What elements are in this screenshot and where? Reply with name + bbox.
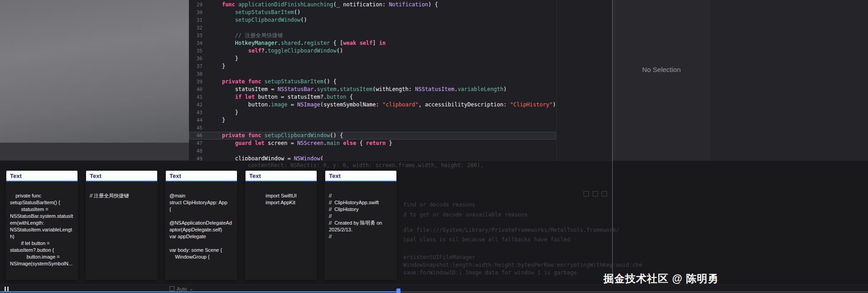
line-number: 31 (189, 16, 203, 24)
line-number: 30 (189, 9, 203, 16)
clipboard-history-overlay: contentRect: NSRect(x: 0, y: 0, width: s… (0, 160, 868, 293)
line-number: 29 (189, 1, 203, 9)
clipboard-card[interactable]: Text // // ClipHistoryApp.swift // ClipH… (325, 171, 396, 279)
line-number: 48 (189, 147, 203, 155)
line-number: 34 (189, 39, 203, 47)
console-filter-icon[interactable] (593, 191, 598, 197)
clipboard-card-type-label: Text (249, 173, 261, 179)
clipboard-card[interactable]: Text // 注册全局快捷键 (86, 171, 157, 279)
line-number: 35 (189, 47, 203, 55)
clipboard-card[interactable]: Text private func setupStatusBarItem() {… (6, 171, 77, 279)
code-line[interactable]: 48 (189, 147, 612, 155)
code-line[interactable]: 37 } (189, 62, 612, 70)
line-number: 37 (189, 62, 203, 70)
code-line[interactable]: 36 } (189, 55, 612, 62)
line-number: 47 (189, 139, 203, 147)
watermark: 掘金技术社区 @ 陈明勇 (603, 272, 719, 286)
code-line[interactable]: 29 func applicationDidFinishLaunching(_ … (189, 1, 612, 9)
ghost-code-line: contentRect: NSRect(x: 0, y: 0, width: s… (248, 162, 483, 168)
clipboard-card-type-label: Text (329, 173, 341, 179)
code-line[interactable]: 38 (189, 70, 612, 78)
line-number: 39 (189, 78, 203, 86)
code-line[interactable]: 33 // 注册全局快捷键 (189, 32, 612, 39)
clipboard-card-header: Text (246, 171, 317, 182)
line-number: 42 (189, 101, 203, 109)
code-line[interactable]: 30 setupStatusBarItem() (189, 9, 612, 16)
line-number: 43 (189, 109, 203, 116)
code-line[interactable]: 43 } (189, 109, 612, 116)
progress-fill (0, 291, 399, 293)
clipboard-card-header: Text (325, 171, 396, 182)
line-number: 32 (189, 24, 203, 32)
code-line[interactable]: 45 (189, 124, 612, 132)
clipboard-card-content: private func setupStatusBarItem() { stat… (6, 182, 77, 279)
code-line[interactable]: 47 guard let screen = NSScreen.main else… (189, 139, 612, 147)
console-log-line: d to get or decode unavailable reasons (403, 211, 528, 218)
line-number: 45 (189, 124, 203, 132)
clipboard-card-header: Text (86, 171, 157, 182)
code-line[interactable]: 40 statusItem = NSStatusBar.system.statu… (189, 86, 612, 93)
clipboard-card[interactable]: Text import SwiftUI import AppKit (246, 171, 317, 279)
clipboard-card-header: Text (6, 171, 77, 182)
console-log-line: WindowSnapshot:length:width:height:bytes… (403, 262, 642, 268)
line-number: 33 (189, 32, 203, 39)
clipboard-card-list: Text private func setupStatusBarItem() {… (6, 171, 396, 279)
code-line[interactable]: 31 setupClipboardWindow() (189, 16, 612, 24)
code-line[interactable]: 46 private func setupClipboardWindow() { (189, 132, 556, 139)
code-line[interactable]: 42 button.image = NSImage(systemSymbolNa… (189, 101, 612, 109)
pane-separator[interactable] (612, 0, 613, 293)
line-number: 46 (189, 132, 203, 139)
scope-icon (169, 286, 174, 291)
console-toolbar-icons (583, 191, 607, 197)
clipboard-card-content: // // ClipHistoryApp.swift // ClipHistor… (325, 182, 396, 279)
code-line[interactable]: 44 } (189, 116, 612, 124)
line-number: 38 (189, 70, 203, 78)
line-number: 41 (189, 93, 203, 101)
console-log-line: saue:forWindowID:] Image data for window… (403, 269, 577, 276)
console-log-line: find or decode reasons (403, 202, 475, 208)
inspector-panel: No Selection (612, 0, 710, 160)
code-line[interactable]: 35 self?.toggleClipboardWindow() (189, 47, 612, 55)
debug-scope-label: Auto (177, 286, 187, 292)
console-log-line: dle file:///System/Library/PrivateFramew… (403, 227, 619, 233)
code-line[interactable]: 34 HotkeyManager.shared.register { [weak… (189, 39, 612, 47)
console-clear-icon[interactable] (602, 191, 607, 197)
clipboard-card-header: Text (166, 171, 237, 182)
console-log-line: ersistentUIFileManager (403, 254, 475, 260)
clipboard-card-type-label: Text (169, 173, 181, 179)
desktop-background-lower (0, 143, 189, 160)
line-number: 36 (189, 55, 203, 62)
clipboard-card-content: // 注册全局快捷键 (86, 182, 157, 279)
progress-track[interactable] (0, 291, 868, 293)
progress-knob[interactable] (396, 288, 400, 293)
code-line[interactable]: 41 if let button = statusItem?.button { (189, 93, 612, 101)
clipboard-card-content: @main struct ClipHistoryApp: App { @NSAp… (166, 182, 237, 279)
code-line[interactable]: 39 private func setupStatusBarItem() { (189, 78, 612, 86)
inspector-empty-label: No Selection (612, 66, 710, 73)
code-line[interactable]: 32 (189, 24, 612, 32)
desktop-background (0, 0, 189, 143)
player-bar: Auto (0, 284, 868, 293)
console-panel-icon[interactable] (583, 191, 589, 197)
code-lines: 29 func applicationDidFinishLaunching(_ … (189, 1, 612, 163)
line-number: 44 (189, 116, 203, 124)
clipboard-card[interactable]: Text @main struct ClipHistoryApp: App { … (166, 171, 237, 279)
console-log-line: ipal class is nil because all fallbacks … (403, 236, 570, 243)
desktop-background-right (710, 0, 868, 160)
clipboard-card-type-label: Text (90, 173, 101, 179)
clipboard-card-content: import SwiftUI import AppKit (246, 182, 317, 279)
line-number: 40 (189, 86, 203, 93)
clipboard-card-type-label: Text (10, 173, 22, 179)
